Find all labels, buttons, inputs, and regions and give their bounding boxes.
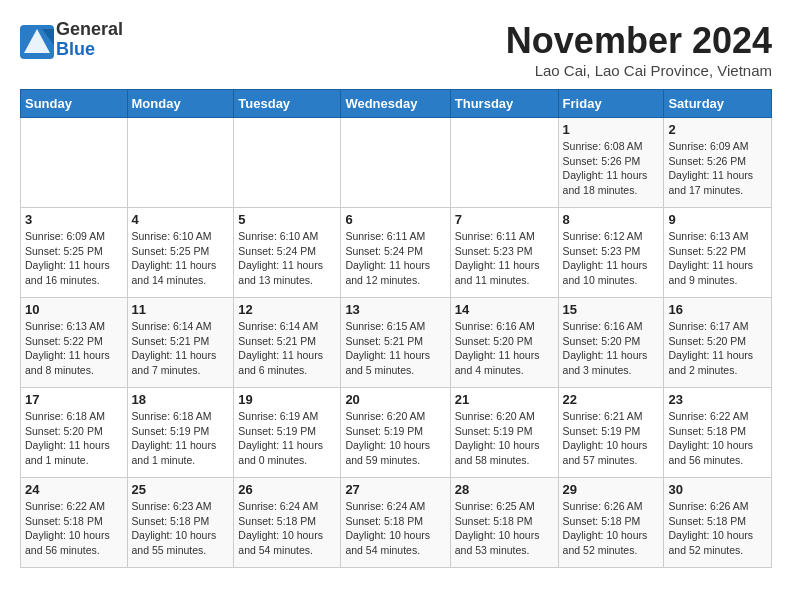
calendar-cell: 4Sunrise: 6:10 AM Sunset: 5:25 PM Daylig… <box>127 208 234 298</box>
calendar-week-row: 1Sunrise: 6:08 AM Sunset: 5:26 PM Daylig… <box>21 118 772 208</box>
calendar-cell: 27Sunrise: 6:24 AM Sunset: 5:18 PM Dayli… <box>341 478 450 568</box>
logo-icon <box>20 25 50 55</box>
day-info: Sunrise: 6:22 AM Sunset: 5:18 PM Dayligh… <box>668 409 767 468</box>
day-number: 5 <box>238 212 336 227</box>
day-number: 28 <box>455 482 554 497</box>
day-number: 22 <box>563 392 660 407</box>
logo-text: General Blue <box>56 20 123 60</box>
day-number: 4 <box>132 212 230 227</box>
day-number: 25 <box>132 482 230 497</box>
day-info: Sunrise: 6:19 AM Sunset: 5:19 PM Dayligh… <box>238 409 336 468</box>
calendar-cell: 3Sunrise: 6:09 AM Sunset: 5:25 PM Daylig… <box>21 208 128 298</box>
calendar-cell: 26Sunrise: 6:24 AM Sunset: 5:18 PM Dayli… <box>234 478 341 568</box>
calendar-cell: 14Sunrise: 6:16 AM Sunset: 5:20 PM Dayli… <box>450 298 558 388</box>
calendar-week-row: 24Sunrise: 6:22 AM Sunset: 5:18 PM Dayli… <box>21 478 772 568</box>
weekday-header: Friday <box>558 90 664 118</box>
day-number: 1 <box>563 122 660 137</box>
day-number: 17 <box>25 392 123 407</box>
calendar-cell: 11Sunrise: 6:14 AM Sunset: 5:21 PM Dayli… <box>127 298 234 388</box>
day-info: Sunrise: 6:26 AM Sunset: 5:18 PM Dayligh… <box>563 499 660 558</box>
day-number: 27 <box>345 482 445 497</box>
calendar-cell <box>341 118 450 208</box>
day-info: Sunrise: 6:20 AM Sunset: 5:19 PM Dayligh… <box>345 409 445 468</box>
calendar-cell: 9Sunrise: 6:13 AM Sunset: 5:22 PM Daylig… <box>664 208 772 298</box>
day-info: Sunrise: 6:16 AM Sunset: 5:20 PM Dayligh… <box>563 319 660 378</box>
calendar-cell: 30Sunrise: 6:26 AM Sunset: 5:18 PM Dayli… <box>664 478 772 568</box>
calendar-cell: 20Sunrise: 6:20 AM Sunset: 5:19 PM Dayli… <box>341 388 450 478</box>
day-info: Sunrise: 6:21 AM Sunset: 5:19 PM Dayligh… <box>563 409 660 468</box>
day-info: Sunrise: 6:16 AM Sunset: 5:20 PM Dayligh… <box>455 319 554 378</box>
day-number: 7 <box>455 212 554 227</box>
day-number: 10 <box>25 302 123 317</box>
day-info: Sunrise: 6:13 AM Sunset: 5:22 PM Dayligh… <box>25 319 123 378</box>
day-number: 23 <box>668 392 767 407</box>
day-number: 24 <box>25 482 123 497</box>
calendar-cell: 22Sunrise: 6:21 AM Sunset: 5:19 PM Dayli… <box>558 388 664 478</box>
weekday-header: Tuesday <box>234 90 341 118</box>
day-info: Sunrise: 6:12 AM Sunset: 5:23 PM Dayligh… <box>563 229 660 288</box>
day-info: Sunrise: 6:10 AM Sunset: 5:24 PM Dayligh… <box>238 229 336 288</box>
calendar-cell: 23Sunrise: 6:22 AM Sunset: 5:18 PM Dayli… <box>664 388 772 478</box>
calendar-cell: 28Sunrise: 6:25 AM Sunset: 5:18 PM Dayli… <box>450 478 558 568</box>
calendar-week-row: 17Sunrise: 6:18 AM Sunset: 5:20 PM Dayli… <box>21 388 772 478</box>
day-info: Sunrise: 6:24 AM Sunset: 5:18 PM Dayligh… <box>238 499 336 558</box>
day-info: Sunrise: 6:25 AM Sunset: 5:18 PM Dayligh… <box>455 499 554 558</box>
calendar-cell <box>127 118 234 208</box>
day-number: 15 <box>563 302 660 317</box>
weekday-header: Thursday <box>450 90 558 118</box>
day-number: 12 <box>238 302 336 317</box>
day-info: Sunrise: 6:14 AM Sunset: 5:21 PM Dayligh… <box>132 319 230 378</box>
day-info: Sunrise: 6:20 AM Sunset: 5:19 PM Dayligh… <box>455 409 554 468</box>
day-info: Sunrise: 6:23 AM Sunset: 5:18 PM Dayligh… <box>132 499 230 558</box>
day-info: Sunrise: 6:18 AM Sunset: 5:19 PM Dayligh… <box>132 409 230 468</box>
calendar-table: SundayMondayTuesdayWednesdayThursdayFrid… <box>20 89 772 568</box>
day-info: Sunrise: 6:24 AM Sunset: 5:18 PM Dayligh… <box>345 499 445 558</box>
calendar-cell <box>450 118 558 208</box>
day-info: Sunrise: 6:08 AM Sunset: 5:26 PM Dayligh… <box>563 139 660 198</box>
day-info: Sunrise: 6:09 AM Sunset: 5:26 PM Dayligh… <box>668 139 767 198</box>
calendar-cell: 7Sunrise: 6:11 AM Sunset: 5:23 PM Daylig… <box>450 208 558 298</box>
calendar-cell: 8Sunrise: 6:12 AM Sunset: 5:23 PM Daylig… <box>558 208 664 298</box>
day-info: Sunrise: 6:13 AM Sunset: 5:22 PM Dayligh… <box>668 229 767 288</box>
calendar-cell: 19Sunrise: 6:19 AM Sunset: 5:19 PM Dayli… <box>234 388 341 478</box>
day-info: Sunrise: 6:15 AM Sunset: 5:21 PM Dayligh… <box>345 319 445 378</box>
day-info: Sunrise: 6:11 AM Sunset: 5:23 PM Dayligh… <box>455 229 554 288</box>
logo-general: General <box>56 20 123 40</box>
page-header: General Blue November 2024 Lao Cai, Lao … <box>20 20 772 79</box>
day-number: 3 <box>25 212 123 227</box>
weekday-row: SundayMondayTuesdayWednesdayThursdayFrid… <box>21 90 772 118</box>
calendar-cell: 29Sunrise: 6:26 AM Sunset: 5:18 PM Dayli… <box>558 478 664 568</box>
day-number: 14 <box>455 302 554 317</box>
calendar-cell: 15Sunrise: 6:16 AM Sunset: 5:20 PM Dayli… <box>558 298 664 388</box>
day-info: Sunrise: 6:17 AM Sunset: 5:20 PM Dayligh… <box>668 319 767 378</box>
day-number: 21 <box>455 392 554 407</box>
calendar-week-row: 10Sunrise: 6:13 AM Sunset: 5:22 PM Dayli… <box>21 298 772 388</box>
calendar-cell: 12Sunrise: 6:14 AM Sunset: 5:21 PM Dayli… <box>234 298 341 388</box>
day-number: 13 <box>345 302 445 317</box>
calendar-cell: 10Sunrise: 6:13 AM Sunset: 5:22 PM Dayli… <box>21 298 128 388</box>
calendar-cell: 1Sunrise: 6:08 AM Sunset: 5:26 PM Daylig… <box>558 118 664 208</box>
day-info: Sunrise: 6:11 AM Sunset: 5:24 PM Dayligh… <box>345 229 445 288</box>
day-info: Sunrise: 6:14 AM Sunset: 5:21 PM Dayligh… <box>238 319 336 378</box>
month-title: November 2024 <box>506 20 772 62</box>
calendar-cell: 21Sunrise: 6:20 AM Sunset: 5:19 PM Dayli… <box>450 388 558 478</box>
logo-blue: Blue <box>56 40 123 60</box>
calendar-cell: 16Sunrise: 6:17 AM Sunset: 5:20 PM Dayli… <box>664 298 772 388</box>
calendar-cell: 2Sunrise: 6:09 AM Sunset: 5:26 PM Daylig… <box>664 118 772 208</box>
day-number: 18 <box>132 392 230 407</box>
day-number: 19 <box>238 392 336 407</box>
day-info: Sunrise: 6:10 AM Sunset: 5:25 PM Dayligh… <box>132 229 230 288</box>
day-number: 6 <box>345 212 445 227</box>
day-number: 2 <box>668 122 767 137</box>
location: Lao Cai, Lao Cai Province, Vietnam <box>506 62 772 79</box>
calendar-cell: 5Sunrise: 6:10 AM Sunset: 5:24 PM Daylig… <box>234 208 341 298</box>
day-number: 11 <box>132 302 230 317</box>
weekday-header: Wednesday <box>341 90 450 118</box>
day-number: 30 <box>668 482 767 497</box>
day-number: 26 <box>238 482 336 497</box>
day-info: Sunrise: 6:26 AM Sunset: 5:18 PM Dayligh… <box>668 499 767 558</box>
calendar-cell: 25Sunrise: 6:23 AM Sunset: 5:18 PM Dayli… <box>127 478 234 568</box>
calendar-cell <box>234 118 341 208</box>
day-info: Sunrise: 6:18 AM Sunset: 5:20 PM Dayligh… <box>25 409 123 468</box>
calendar-cell: 24Sunrise: 6:22 AM Sunset: 5:18 PM Dayli… <box>21 478 128 568</box>
